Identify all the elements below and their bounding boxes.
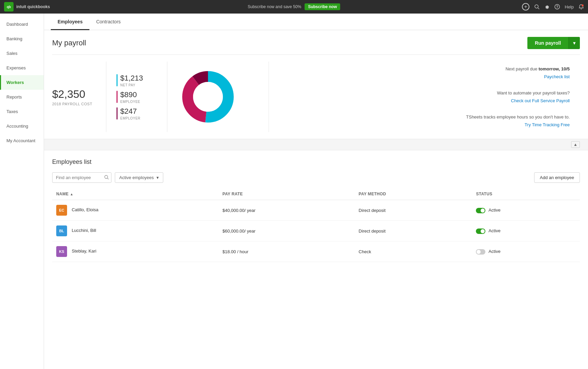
sidebar-item-accounting[interactable]: Accounting bbox=[0, 119, 44, 133]
collapse-button[interactable]: ▲ bbox=[571, 141, 580, 148]
payroll-cost-label: 2018 PAYROLL COST bbox=[52, 102, 96, 106]
employee-status: Active bbox=[472, 241, 580, 262]
employee-indicator bbox=[117, 91, 118, 103]
status-toggle[interactable] bbox=[476, 208, 485, 213]
sort-icon: ▲ bbox=[70, 192, 74, 196]
top-navigation: qb intuit quickbooks Subscribe now and s… bbox=[0, 0, 588, 14]
subscribe-now-button[interactable]: Subscribe now bbox=[304, 3, 340, 10]
add-icon[interactable]: + bbox=[522, 3, 529, 10]
automate-text: Want to automate your payroll taxes? bbox=[497, 90, 570, 95]
employer-indicator bbox=[117, 107, 118, 120]
employee-status: Active bbox=[472, 221, 580, 241]
status-label: Active bbox=[488, 249, 500, 254]
svg-point-2 bbox=[535, 5, 538, 8]
tsheets-link[interactable]: Try Time Tracking Free bbox=[279, 121, 570, 129]
breakdown-net-pay: $1,213 NET PAY bbox=[117, 74, 157, 87]
th-pay-rate: PAY RATE bbox=[218, 188, 355, 200]
search-input[interactable] bbox=[52, 172, 111, 183]
automate-link[interactable]: Check out Full Service Payroll bbox=[279, 97, 570, 105]
status-toggle[interactable] bbox=[476, 249, 485, 255]
donut-chart-wrapper bbox=[167, 62, 269, 132]
employer-label: EMPLOYER bbox=[120, 116, 141, 120]
employee-avatar: EC bbox=[56, 205, 67, 216]
page-title: My payroll bbox=[52, 39, 86, 47]
payroll-info-panel: Next payroll due tomorrow, 10/5 Paycheck… bbox=[269, 62, 580, 132]
search-input-wrapper bbox=[52, 172, 111, 183]
toggle-dot bbox=[481, 229, 485, 233]
filter-chevron-icon: ▾ bbox=[156, 175, 159, 180]
employee-pay-method: Check bbox=[355, 241, 472, 262]
status-label: Active bbox=[488, 228, 500, 233]
logo[interactable]: qb intuit quickbooks bbox=[4, 2, 50, 12]
sidebar-item-workers[interactable]: Workers bbox=[0, 75, 44, 90]
employee-status: Active bbox=[472, 200, 580, 221]
sidebar-item-sales[interactable]: Sales bbox=[0, 46, 44, 61]
net-pay-amount: $1,213 bbox=[120, 74, 143, 83]
employer-amount: $247 bbox=[120, 107, 141, 116]
filter-dropdown[interactable]: Active employees ▾ bbox=[115, 172, 163, 183]
help-icon[interactable]: ? bbox=[554, 4, 560, 9]
svg-text:qb: qb bbox=[7, 5, 11, 9]
employee-pay-rate: $40,000.00/ year bbox=[218, 200, 355, 221]
table-row[interactable]: BL Lucchini, Bill $60,000.00/ yearDirect… bbox=[52, 221, 580, 241]
status-toggle[interactable] bbox=[476, 229, 485, 234]
employee-avatar: KS bbox=[56, 246, 67, 257]
sidebar-item-taxes[interactable]: Taxes bbox=[0, 104, 44, 119]
employee-amount: $890 bbox=[120, 90, 140, 99]
payroll-cost-amount: $2,350 bbox=[52, 88, 96, 101]
settings-icon[interactable] bbox=[544, 4, 550, 9]
employee-pay-method: Direct deposit bbox=[355, 221, 472, 241]
search-icon[interactable] bbox=[534, 4, 540, 9]
employee-avatar: BL bbox=[56, 225, 67, 236]
svg-point-6 bbox=[582, 4, 584, 6]
sidebar: Dashboard Banking Sales Expenses Workers… bbox=[0, 14, 44, 369]
sidebar-item-dashboard[interactable]: Dashboard bbox=[0, 17, 44, 31]
top-nav-icons: + ? Help bbox=[522, 3, 584, 10]
employee-pay-rate: $18.00 / hour bbox=[218, 241, 355, 262]
run-payroll-dropdown[interactable]: ▼ bbox=[568, 37, 580, 49]
donut-chart bbox=[181, 70, 235, 124]
paycheck-list-link[interactable]: Paycheck list bbox=[279, 73, 570, 81]
filter-label: Active employees bbox=[119, 175, 154, 180]
help-text[interactable]: Help bbox=[565, 4, 574, 9]
payroll-cost: $2,350 2018 PAYROLL COST bbox=[52, 62, 106, 132]
next-payroll-info: Next payroll due tomorrow, 10/5 Paycheck… bbox=[279, 65, 570, 81]
sidebar-item-reports[interactable]: Reports bbox=[0, 90, 44, 104]
sidebar-item-banking[interactable]: Banking bbox=[0, 31, 44, 46]
employee-name: Lucchini, Bill bbox=[72, 228, 96, 233]
employee-name: Catillo, Eloisa bbox=[72, 208, 99, 213]
table-row[interactable]: KS Steblay, Kari $18.00 / hourCheck Acti… bbox=[52, 241, 580, 262]
th-pay-method: PAY METHOD bbox=[355, 188, 472, 200]
status-label: Active bbox=[488, 208, 500, 213]
tab-employees[interactable]: Employees bbox=[51, 14, 89, 30]
sidebar-item-expenses[interactable]: Expenses bbox=[0, 61, 44, 75]
list-toolbar: Active employees ▾ Add an employee bbox=[52, 172, 580, 183]
automate-info: Want to automate your payroll taxes? Che… bbox=[279, 89, 570, 105]
tabs-bar: Employees Contractors bbox=[44, 14, 588, 30]
toggle-dot bbox=[477, 250, 481, 254]
add-employee-button[interactable]: Add an employee bbox=[534, 172, 580, 183]
employee-name: Steblay, Kari bbox=[72, 249, 97, 254]
notifications-icon[interactable] bbox=[579, 4, 584, 9]
payroll-summary: $2,350 2018 PAYROLL COST $1,213 NET PAY bbox=[44, 55, 588, 139]
employees-table: NAME ▲ PAY RATE PAY METHOD STATUS EC Cat… bbox=[52, 188, 580, 262]
table-header: NAME ▲ PAY RATE PAY METHOD STATUS bbox=[52, 188, 580, 200]
svg-point-10 bbox=[193, 82, 223, 112]
table-body: EC Catillo, Eloisa $40,000.00/ yearDirec… bbox=[52, 200, 580, 262]
run-payroll-button[interactable]: Run payroll bbox=[527, 37, 568, 49]
th-status: STATUS bbox=[472, 188, 580, 200]
tab-contractors[interactable]: Contractors bbox=[89, 14, 127, 30]
collapse-toggle: ▲ bbox=[44, 139, 588, 150]
next-payroll-date: tomorrow, 10/5 bbox=[539, 66, 570, 71]
employee-pay-method: Direct deposit bbox=[355, 200, 472, 221]
employees-list-title: Employees list bbox=[52, 158, 580, 166]
employee-label: EMPLOYEE bbox=[120, 100, 140, 104]
employee-name-cell: BL Lucchini, Bill bbox=[52, 221, 218, 241]
employee-name-cell: KS Steblay, Kari bbox=[52, 241, 218, 262]
svg-line-3 bbox=[538, 8, 539, 9]
sidebar-item-my-accountant[interactable]: My Accountant bbox=[0, 133, 44, 148]
table-row[interactable]: EC Catillo, Eloisa $40,000.00/ yearDirec… bbox=[52, 200, 580, 221]
run-payroll-wrapper: Run payroll ▼ bbox=[527, 37, 580, 49]
next-payroll-text: Next payroll due bbox=[505, 66, 537, 71]
promo-banner: Subscribe now and save 50% Subscribe now bbox=[248, 3, 340, 10]
